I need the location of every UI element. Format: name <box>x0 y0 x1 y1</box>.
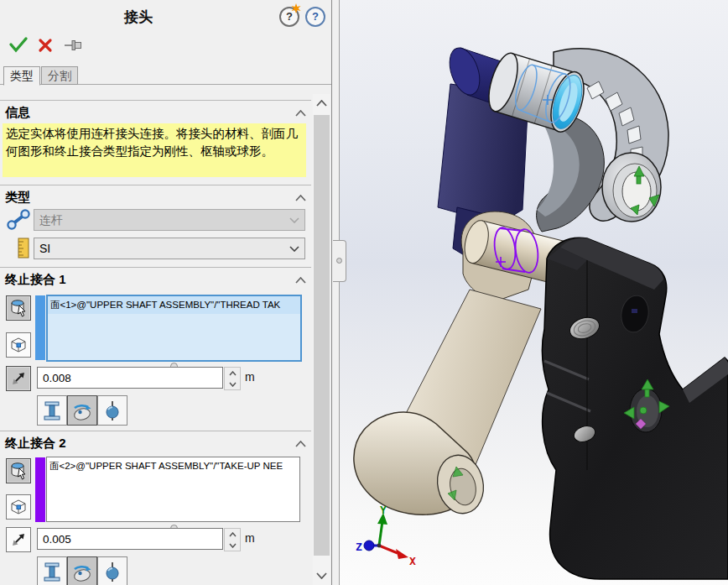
group-divider <box>0 100 311 101</box>
pivot-joint-icon <box>71 400 93 421</box>
part-black-bracket[interactable] <box>543 238 728 579</box>
selection-item[interactable]: 面<2>@"UPPER SHAFT ASSEMBLY"/"TAKE-UP NEE <box>47 457 299 475</box>
chevron-down-icon <box>289 246 299 252</box>
units-dropdown[interactable]: SI <box>34 238 305 259</box>
collapse-chevron-icon[interactable] <box>295 110 306 117</box>
collapse-chevron-icon[interactable] <box>295 441 306 447</box>
selection-listbox-1[interactable]: 面<1>@"UPPER SHAFT ASSEMBLY"/"THREAD TAK <box>46 295 302 362</box>
select-face-button-1[interactable] <box>6 295 31 321</box>
diameter-button-1[interactable] <box>6 366 31 391</box>
select-vertex-button-1[interactable] <box>6 332 31 358</box>
group-divider <box>0 431 311 431</box>
pin-button[interactable] <box>64 39 84 51</box>
info-group-header[interactable]: 信息 <box>5 105 30 121</box>
selection-color-bar-2 <box>35 457 45 522</box>
diameter-input-1[interactable] <box>37 367 223 389</box>
panel-scrollbar[interactable] <box>313 94 330 585</box>
graphics-viewport[interactable]: Y X Z <box>340 0 728 585</box>
scroll-up-icon[interactable] <box>313 94 330 112</box>
handle-grip-dot <box>336 258 342 264</box>
selection-listbox-2[interactable]: 面<2>@"UPPER SHAFT ASSEMBLY"/"TAKE-UP NEE <box>46 457 300 522</box>
group-divider <box>0 267 311 268</box>
vertex-cube-icon <box>8 335 29 355</box>
spinner-up-icon[interactable] <box>225 529 240 540</box>
tab-type[interactable]: 类型 <box>3 66 40 86</box>
spinner-down-icon[interactable] <box>225 540 240 551</box>
panel-tabs: 类型 分割 <box>3 66 78 85</box>
pivot-joint-button-1[interactable] <box>67 395 97 426</box>
rigid-joint-icon <box>41 561 63 582</box>
chevron-down-icon <box>289 217 299 223</box>
end-joint-2-header[interactable]: 终止接合 2 <box>5 436 66 452</box>
solidworks-joint-propertymanager: 接头 ? ? 类型 分割 信息 选定实体 <box>0 0 728 585</box>
units-ruler-icon <box>18 238 30 259</box>
spherical-joint-icon <box>101 400 123 421</box>
link-joint-icon <box>6 208 31 230</box>
scrollbar-thumb[interactable] <box>314 115 330 556</box>
vertex-cube-icon <box>8 497 29 517</box>
selection-color-bar-1 <box>35 295 45 360</box>
end-joint-1-header[interactable]: 终止接合 1 <box>5 272 66 288</box>
diameter-button-2[interactable] <box>6 527 31 552</box>
face-cylinder-icon <box>8 461 29 481</box>
diameter-arrows-icon <box>8 368 29 389</box>
collapse-chevron-icon[interactable] <box>295 195 306 201</box>
rigid-joint-button-2[interactable] <box>37 556 67 585</box>
spherical-joint-button-1[interactable] <box>97 395 127 426</box>
help-button[interactable]: ? <box>305 7 325 27</box>
panel-edge-strip <box>332 0 340 585</box>
info-message: 选定实体将使用连杆接头连接。将接头的材料、剖面几何图形和终止接合类型指定为刚性、… <box>3 123 306 177</box>
spinner-down-icon[interactable] <box>225 379 240 389</box>
joint-type-value: 连杆 <box>39 213 63 227</box>
diameter-spinner-1[interactable] <box>224 367 241 390</box>
panel-collapse-handle[interactable] <box>333 240 346 282</box>
diameter-spinner-2[interactable] <box>224 528 241 551</box>
rigid-joint-button-1[interactable] <box>37 395 67 426</box>
spherical-joint-icon <box>101 561 123 582</box>
group-divider <box>0 185 311 185</box>
cancel-button[interactable] <box>38 38 53 53</box>
type-group-header[interactable]: 类型 <box>5 190 30 206</box>
triad-z-label: Z <box>356 541 362 553</box>
face-cylinder-icon <box>8 298 29 318</box>
triad-x-label: X <box>409 555 416 567</box>
property-manager-panel: 接头 ? ? 类型 分割 信息 选定实体 <box>0 0 332 585</box>
ok-button[interactable] <box>8 36 29 53</box>
pivot-joint-icon <box>71 561 93 582</box>
new-star-icon <box>291 3 301 13</box>
rigid-joint-icon <box>41 400 63 421</box>
diameter-input-2[interactable] <box>37 528 223 550</box>
pivot-joint-button-2[interactable] <box>67 556 97 585</box>
tab-split[interactable]: 分割 <box>41 66 78 85</box>
unit-label-2: m <box>245 531 255 545</box>
spinner-up-icon[interactable] <box>225 368 240 379</box>
cad-scene: Y X Z <box>340 0 728 585</box>
units-value: SI <box>39 242 50 255</box>
scroll-down-icon[interactable] <box>313 567 330 584</box>
page-title: 接头 <box>0 8 277 27</box>
spherical-joint-button-2[interactable] <box>97 556 127 585</box>
triad-y-label: Y <box>380 504 387 516</box>
diameter-arrows-icon <box>8 530 29 550</box>
selection-item[interactable]: 面<1>@"UPPER SHAFT ASSEMBLY"/"THREAD TAK <box>48 296 300 314</box>
unit-label-1: m <box>245 370 255 384</box>
select-vertex-button-2[interactable] <box>6 494 31 520</box>
joint-type-dropdown: 连杆 <box>34 209 305 231</box>
help-question-glyph: ? <box>312 10 319 23</box>
select-face-button-2[interactable] <box>6 458 31 483</box>
collapse-chevron-icon[interactable] <box>295 277 306 284</box>
